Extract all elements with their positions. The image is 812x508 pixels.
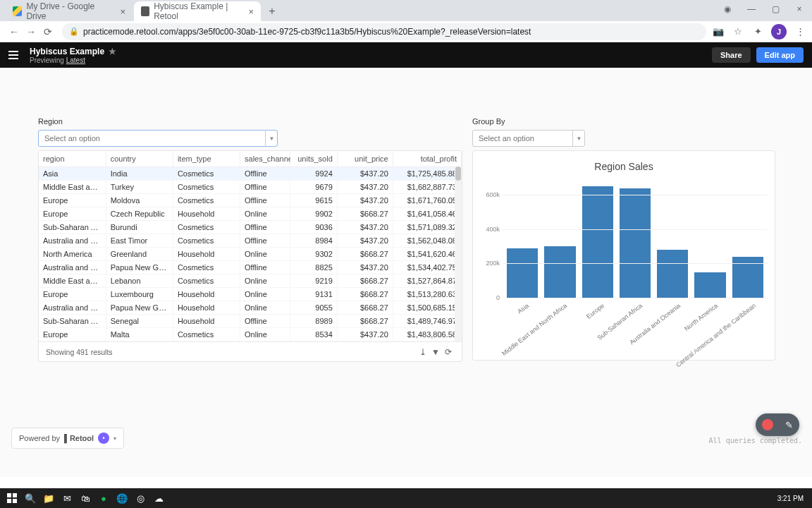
- profile-avatar[interactable]: J: [771, 24, 787, 40]
- new-tab-button[interactable]: +: [262, 1, 282, 21]
- chart-bar[interactable]: [507, 248, 538, 298]
- start-icon[interactable]: [3, 490, 21, 507]
- table-row[interactable]: EuropeLuxembourgHouseholdOnline9131$668.…: [39, 288, 462, 301]
- chevron-down-icon[interactable]: ▼: [265, 130, 278, 147]
- table-cell: Sub-Saharan Africa: [39, 341, 106, 342]
- browser-tab[interactable]: My Drive - Google Drive ×: [6, 1, 133, 21]
- refresh-icon[interactable]: ⟳: [442, 347, 455, 357]
- close-icon[interactable]: ×: [120, 6, 125, 17]
- table-cell: $437.20: [337, 167, 393, 181]
- account-switcher-icon[interactable]: ◉: [720, 4, 734, 14]
- table-cell: Household: [173, 301, 240, 315]
- column-header[interactable]: unit_price: [337, 151, 393, 167]
- data-table: regioncountryitem_typesales_channelunits…: [38, 150, 462, 362]
- mail-icon[interactable]: ✉: [58, 490, 76, 507]
- taskbar-clock[interactable]: 3:21 PM: [772, 495, 809, 502]
- chevron-down-icon[interactable]: ▾: [113, 435, 116, 442]
- table-row[interactable]: Middle East and NLebanonCosmeticsOnline9…: [39, 274, 462, 288]
- camera-icon[interactable]: 📷: [712, 25, 725, 38]
- table-cell: $1,527,864.87: [393, 274, 461, 288]
- table-cell: Online: [240, 301, 290, 315]
- app-icon[interactable]: ◎: [131, 490, 149, 507]
- chart-bar[interactable]: [620, 188, 651, 298]
- table-cell: 9219: [290, 274, 337, 288]
- x-tick-label: Central America and the Caribbean: [675, 302, 757, 368]
- scrollbar[interactable]: [455, 167, 462, 341]
- table-row[interactable]: EuropeMoldovaCosmeticsOffline9615$437.20…: [39, 194, 462, 207]
- chevron-down-icon[interactable]: ▼: [572, 130, 585, 147]
- share-button[interactable]: Share: [712, 47, 751, 63]
- region-label: Region: [38, 117, 278, 126]
- table-row[interactable]: EuropeCzech RepublicHouseholdOnline9902$…: [39, 207, 462, 221]
- store-icon[interactable]: 🛍: [76, 490, 94, 507]
- chart-bar[interactable]: [657, 250, 688, 298]
- filter-icon[interactable]: ▼: [429, 347, 442, 357]
- table-row[interactable]: Australia and OcePapua New GuineaCosmeti…: [39, 261, 462, 274]
- address-bar: ← → ⟳ 🔒 practicemode.retool.com/apps/3e5…: [0, 21, 812, 42]
- y-tick-label: 400k: [486, 226, 500, 233]
- record-icon[interactable]: [762, 419, 773, 430]
- table-cell: Cosmetics: [173, 181, 240, 194]
- queries-status: All queries completed.: [709, 437, 802, 445]
- table-row[interactable]: Sub-Saharan AfricaSouth AfricaHouseholdO…: [39, 341, 462, 342]
- chrome-icon[interactable]: 🌐: [113, 490, 131, 507]
- column-header[interactable]: units_sold: [290, 151, 337, 167]
- table-cell: Offline: [240, 315, 290, 328]
- x-tick-label: Middle East and North Africa: [500, 302, 568, 357]
- table-cell: Cosmetics: [173, 221, 240, 234]
- browser-tab[interactable]: Hybiscus Example | Retool ×: [134, 1, 261, 21]
- chart-bar[interactable]: [582, 186, 613, 298]
- table-row[interactable]: AsiaIndiaCosmeticsOffline9924$437.20$1,7…: [39, 167, 462, 181]
- table-row[interactable]: North AmericaGreenlandHouseholdOnline930…: [39, 248, 462, 261]
- table-row[interactable]: Sub-Saharan AfricaBurundiCosmeticsOfflin…: [39, 221, 462, 234]
- minimize-icon[interactable]: —: [744, 4, 758, 14]
- table-cell: North America: [39, 248, 106, 261]
- extensions-icon[interactable]: ✦: [751, 25, 764, 38]
- chart-bar[interactable]: [544, 246, 575, 298]
- back-button[interactable]: ←: [6, 23, 23, 40]
- recording-widget[interactable]: ✎: [756, 413, 799, 436]
- table-cell: Australia and Oce: [39, 301, 106, 315]
- chart-bar[interactable]: [694, 272, 725, 298]
- spotify-icon[interactable]: ●: [94, 490, 113, 507]
- window-close-icon[interactable]: ×: [792, 4, 806, 14]
- release-link[interactable]: Latest: [66, 56, 85, 64]
- edit-app-button[interactable]: Edit app: [756, 47, 804, 63]
- region-select[interactable]: [38, 130, 278, 147]
- groupby-select[interactable]: [472, 130, 585, 147]
- lock-icon: 🔒: [69, 27, 79, 37]
- url-input[interactable]: 🔒 practicemode.retool.com/apps/3e5f0c00-…: [62, 23, 706, 40]
- table-row[interactable]: Sub-Saharan AfricaSenegalHouseholdOfflin…: [39, 315, 462, 328]
- explorer-icon[interactable]: 📁: [39, 490, 58, 507]
- maximize-icon[interactable]: ▢: [768, 4, 782, 14]
- close-icon[interactable]: ×: [248, 6, 254, 17]
- powered-by-badge[interactable]: Powered by ▌Retool • ▾: [11, 428, 124, 449]
- column-header[interactable]: region: [39, 151, 106, 167]
- table-row[interactable]: Australia and OceEast TimorCosmeticsOffl…: [39, 234, 462, 248]
- table-cell: Online: [240, 328, 290, 341]
- table-cell: $668.27: [337, 341, 393, 342]
- scrollbar-thumb[interactable]: [455, 167, 461, 181]
- download-icon[interactable]: ⤓: [417, 347, 429, 357]
- table-row[interactable]: Australia and OcePapua New GuineaHouseho…: [39, 301, 462, 315]
- column-header[interactable]: country: [106, 151, 173, 167]
- reload-button[interactable]: ⟳: [39, 23, 56, 40]
- table-cell: 8989: [290, 315, 337, 328]
- app-icon[interactable]: ☁: [149, 490, 168, 507]
- column-header[interactable]: total_profit: [393, 151, 461, 167]
- column-header[interactable]: sales_channel: [240, 151, 290, 167]
- column-header[interactable]: item_type: [173, 151, 240, 167]
- favorite-star-icon[interactable]: ★: [109, 47, 116, 56]
- table-row[interactable]: Middle East and NTurkeyCosmeticsOffline9…: [39, 181, 462, 194]
- star-icon[interactable]: ☆: [732, 25, 744, 38]
- menu-icon[interactable]: ⋮: [794, 25, 806, 38]
- hamburger-icon[interactable]: [8, 48, 23, 62]
- forward-button[interactable]: →: [23, 23, 39, 40]
- table-row[interactable]: EuropeMaltaCosmeticsOnline8534$437.20$1,…: [39, 328, 462, 341]
- table-cell: 8534: [290, 328, 337, 341]
- table-cell: Household: [173, 288, 240, 301]
- search-icon[interactable]: 🔍: [21, 490, 39, 507]
- pencil-icon[interactable]: ✎: [785, 420, 793, 430]
- table-cell: 8825: [290, 261, 337, 274]
- table-cell: Europe: [39, 288, 106, 301]
